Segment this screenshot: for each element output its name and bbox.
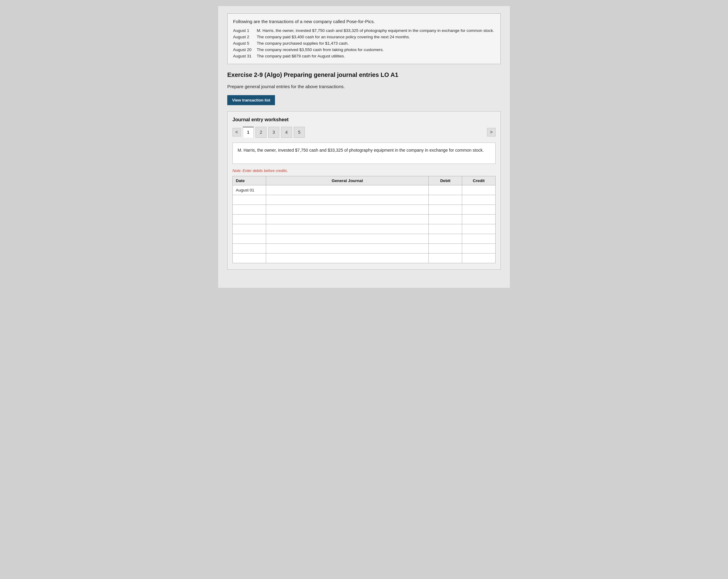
credit-input[interactable] xyxy=(462,215,495,224)
date-cell xyxy=(233,234,266,244)
intro-title: Following are the transactions of a new … xyxy=(233,18,495,25)
worksheet-title: Journal entry worksheet xyxy=(232,117,496,123)
tab-1-button[interactable]: 1 xyxy=(243,127,254,138)
table-row xyxy=(233,214,496,224)
table-row: August 01 xyxy=(233,185,496,195)
debit-cell[interactable] xyxy=(429,234,462,244)
credit-cell[interactable] xyxy=(462,244,496,253)
transaction-line: August 2The company paid $3,400 cash for… xyxy=(233,34,495,41)
credit-cell[interactable] xyxy=(462,253,496,263)
debit-cell[interactable] xyxy=(429,224,462,234)
transaction-date: August 2 xyxy=(233,34,255,41)
debit-cell[interactable] xyxy=(429,185,462,195)
debit-input[interactable] xyxy=(429,244,462,253)
transaction-date: August 31 xyxy=(233,53,255,59)
transaction-line: August 31The company paid $879 cash for … xyxy=(233,53,495,59)
credit-cell[interactable] xyxy=(462,224,496,234)
credit-cell[interactable] xyxy=(462,234,496,244)
journal-input[interactable] xyxy=(266,234,428,244)
journal-input[interactable] xyxy=(266,185,428,195)
journal-input[interactable] xyxy=(266,224,428,234)
credit-cell[interactable] xyxy=(462,185,496,195)
debit-input[interactable] xyxy=(429,205,462,214)
transaction-date: August 5 xyxy=(233,41,255,47)
journal-input[interactable] xyxy=(266,195,428,205)
transaction-text: M. Harris, the owner, invested $7,750 ca… xyxy=(257,28,494,34)
journal-cell[interactable] xyxy=(266,205,429,214)
journal-cell[interactable] xyxy=(266,234,429,244)
note-text: Note: Enter debits before credits. xyxy=(232,169,496,173)
journal-cell[interactable] xyxy=(266,224,429,234)
table-row xyxy=(233,205,496,214)
debit-input[interactable] xyxy=(429,185,462,195)
debit-input[interactable] xyxy=(429,253,462,263)
credit-cell[interactable] xyxy=(462,214,496,224)
credit-input[interactable] xyxy=(462,205,495,214)
transaction-text: The company purchased supplies for $1,47… xyxy=(257,41,348,47)
prepare-label: Prepare general journal entries for the … xyxy=(227,84,501,89)
debit-input[interactable] xyxy=(429,195,462,205)
journal-input[interactable] xyxy=(266,215,428,224)
table-row xyxy=(233,195,496,205)
credit-input[interactable] xyxy=(462,224,495,234)
transaction-line: August 20The company received $3,550 cas… xyxy=(233,47,495,53)
tab-row: < 1 2 3 4 5 > xyxy=(232,127,496,138)
transaction-date: August 1 xyxy=(233,28,255,34)
journal-input[interactable] xyxy=(266,253,428,263)
table-row xyxy=(233,253,496,263)
journal-table: Date General Journal Debit Credit August… xyxy=(232,176,496,263)
transaction-line: August 1M. Harris, the owner, invested $… xyxy=(233,28,495,34)
journal-cell[interactable] xyxy=(266,244,429,253)
page-container: Following are the transactions of a new … xyxy=(218,6,510,288)
tab-5-button[interactable]: 5 xyxy=(294,127,305,138)
transactions-list: August 1M. Harris, the owner, invested $… xyxy=(233,28,495,59)
transaction-line: August 5The company purchased supplies f… xyxy=(233,41,495,47)
transaction-description-box: M. Harris, the owner, invested $7,750 ca… xyxy=(232,143,496,164)
debit-cell[interactable] xyxy=(429,214,462,224)
date-cell xyxy=(233,214,266,224)
transaction-text: The company received $3,550 cash from ta… xyxy=(257,47,384,53)
tab-3-button[interactable]: 3 xyxy=(268,127,279,138)
view-transaction-list-button[interactable]: View transaction list xyxy=(227,95,275,105)
date-cell: August 01 xyxy=(233,185,266,195)
nav-right-arrow[interactable]: > xyxy=(487,128,496,136)
debit-input[interactable] xyxy=(429,215,462,224)
credit-header: Credit xyxy=(462,176,496,185)
debit-cell[interactable] xyxy=(429,244,462,253)
journal-cell[interactable] xyxy=(266,195,429,205)
worksheet-container: Journal entry worksheet < 1 2 3 4 5 > M.… xyxy=(227,111,501,270)
intro-box: Following are the transactions of a new … xyxy=(227,14,501,64)
date-cell xyxy=(233,205,266,214)
debit-header: Debit xyxy=(429,176,462,185)
credit-input[interactable] xyxy=(462,195,495,205)
journal-tbody: August 01 xyxy=(233,185,496,263)
debit-input[interactable] xyxy=(429,224,462,234)
debit-input[interactable] xyxy=(429,234,462,244)
transaction-text: The company paid $3,400 cash for an insu… xyxy=(257,34,410,41)
debit-cell[interactable] xyxy=(429,195,462,205)
debit-cell[interactable] xyxy=(429,205,462,214)
transaction-text: The company paid $879 cash for August ut… xyxy=(257,53,345,59)
credit-input[interactable] xyxy=(462,244,495,253)
journal-input[interactable] xyxy=(266,205,428,214)
debit-cell[interactable] xyxy=(429,253,462,263)
journal-cell[interactable] xyxy=(266,253,429,263)
journal-cell[interactable] xyxy=(266,214,429,224)
table-row xyxy=(233,234,496,244)
date-cell xyxy=(233,224,266,234)
journal-cell[interactable] xyxy=(266,185,429,195)
credit-input[interactable] xyxy=(462,253,495,263)
table-row xyxy=(233,244,496,253)
tab-4-button[interactable]: 4 xyxy=(281,127,292,138)
nav-left-arrow[interactable]: < xyxy=(232,128,241,136)
date-header: Date xyxy=(233,176,266,185)
credit-input[interactable] xyxy=(462,185,495,195)
credit-input[interactable] xyxy=(462,234,495,244)
table-row xyxy=(233,224,496,234)
credit-cell[interactable] xyxy=(462,205,496,214)
credit-cell[interactable] xyxy=(462,195,496,205)
transaction-date: August 20 xyxy=(233,47,255,53)
journal-input[interactable] xyxy=(266,244,428,253)
date-cell xyxy=(233,253,266,263)
tab-2-button[interactable]: 2 xyxy=(256,127,266,138)
